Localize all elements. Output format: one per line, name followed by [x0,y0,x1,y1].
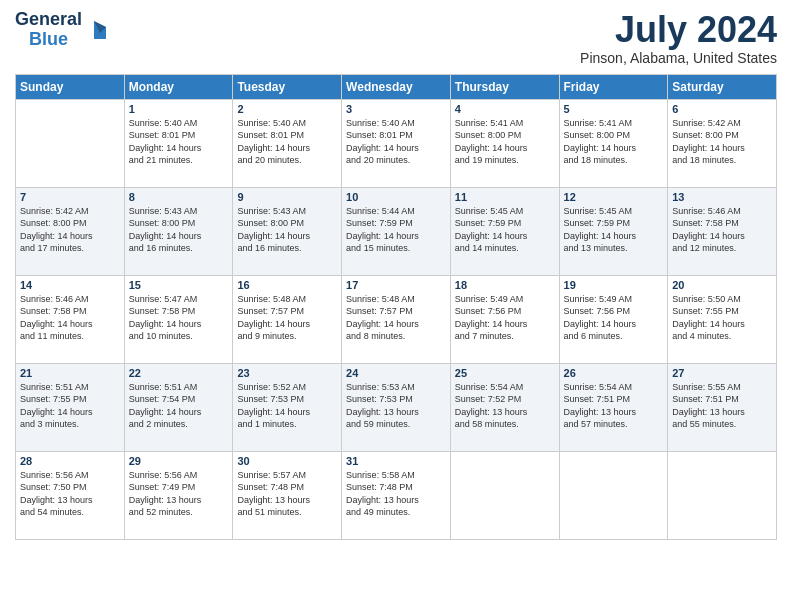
day-number: 10 [346,191,446,203]
day-number: 2 [237,103,337,115]
calendar-cell: 26Sunrise: 5:54 AM Sunset: 7:51 PM Dayli… [559,363,668,451]
weekday-header: Wednesday [342,74,451,99]
day-info: Sunrise: 5:56 AM Sunset: 7:49 PM Dayligh… [129,469,229,519]
day-info: Sunrise: 5:55 AM Sunset: 7:51 PM Dayligh… [672,381,772,431]
calendar-cell: 3Sunrise: 5:40 AM Sunset: 8:01 PM Daylig… [342,99,451,187]
logo-icon [86,19,108,41]
calendar-week-row: 14Sunrise: 5:46 AM Sunset: 7:58 PM Dayli… [16,275,777,363]
day-number: 4 [455,103,555,115]
day-number: 23 [237,367,337,379]
day-number: 20 [672,279,772,291]
day-info: Sunrise: 5:54 AM Sunset: 7:52 PM Dayligh… [455,381,555,431]
calendar-cell: 31Sunrise: 5:58 AM Sunset: 7:48 PM Dayli… [342,451,451,539]
calendar-cell: 20Sunrise: 5:50 AM Sunset: 7:55 PM Dayli… [668,275,777,363]
day-info: Sunrise: 5:40 AM Sunset: 8:01 PM Dayligh… [237,117,337,167]
calendar-week-row: 28Sunrise: 5:56 AM Sunset: 7:50 PM Dayli… [16,451,777,539]
day-info: Sunrise: 5:56 AM Sunset: 7:50 PM Dayligh… [20,469,120,519]
day-number: 22 [129,367,229,379]
day-info: Sunrise: 5:50 AM Sunset: 7:55 PM Dayligh… [672,293,772,343]
calendar-cell: 27Sunrise: 5:55 AM Sunset: 7:51 PM Dayli… [668,363,777,451]
day-number: 24 [346,367,446,379]
day-info: Sunrise: 5:49 AM Sunset: 7:56 PM Dayligh… [564,293,664,343]
day-number: 8 [129,191,229,203]
calendar-cell: 22Sunrise: 5:51 AM Sunset: 7:54 PM Dayli… [124,363,233,451]
header: General Blue July 2024 Pinson, Alabama, … [15,10,777,66]
day-info: Sunrise: 5:52 AM Sunset: 7:53 PM Dayligh… [237,381,337,431]
calendar-cell: 18Sunrise: 5:49 AM Sunset: 7:56 PM Dayli… [450,275,559,363]
calendar-cell: 24Sunrise: 5:53 AM Sunset: 7:53 PM Dayli… [342,363,451,451]
logo-general: General [15,10,82,30]
calendar-cell: 21Sunrise: 5:51 AM Sunset: 7:55 PM Dayli… [16,363,125,451]
day-number: 12 [564,191,664,203]
day-info: Sunrise: 5:53 AM Sunset: 7:53 PM Dayligh… [346,381,446,431]
day-info: Sunrise: 5:54 AM Sunset: 7:51 PM Dayligh… [564,381,664,431]
day-number: 30 [237,455,337,467]
day-info: Sunrise: 5:42 AM Sunset: 8:00 PM Dayligh… [20,205,120,255]
main-title: July 2024 [580,10,777,50]
weekday-header: Thursday [450,74,559,99]
logo-blue: Blue [29,30,68,50]
calendar-cell [16,99,125,187]
calendar-cell: 1Sunrise: 5:40 AM Sunset: 8:01 PM Daylig… [124,99,233,187]
day-info: Sunrise: 5:46 AM Sunset: 7:58 PM Dayligh… [20,293,120,343]
day-number: 7 [20,191,120,203]
calendar-cell: 23Sunrise: 5:52 AM Sunset: 7:53 PM Dayli… [233,363,342,451]
day-number: 29 [129,455,229,467]
day-number: 15 [129,279,229,291]
day-number: 1 [129,103,229,115]
calendar-cell [559,451,668,539]
calendar-cell: 30Sunrise: 5:57 AM Sunset: 7:48 PM Dayli… [233,451,342,539]
day-number: 5 [564,103,664,115]
weekday-header: Tuesday [233,74,342,99]
calendar-week-row: 7Sunrise: 5:42 AM Sunset: 8:00 PM Daylig… [16,187,777,275]
calendar-cell: 6Sunrise: 5:42 AM Sunset: 8:00 PM Daylig… [668,99,777,187]
day-info: Sunrise: 5:43 AM Sunset: 8:00 PM Dayligh… [237,205,337,255]
calendar-week-row: 1Sunrise: 5:40 AM Sunset: 8:01 PM Daylig… [16,99,777,187]
calendar-cell: 4Sunrise: 5:41 AM Sunset: 8:00 PM Daylig… [450,99,559,187]
day-number: 21 [20,367,120,379]
day-number: 3 [346,103,446,115]
calendar-cell [668,451,777,539]
day-info: Sunrise: 5:43 AM Sunset: 8:00 PM Dayligh… [129,205,229,255]
calendar-cell: 8Sunrise: 5:43 AM Sunset: 8:00 PM Daylig… [124,187,233,275]
calendar-cell: 2Sunrise: 5:40 AM Sunset: 8:01 PM Daylig… [233,99,342,187]
day-number: 14 [20,279,120,291]
day-number: 19 [564,279,664,291]
calendar-cell: 5Sunrise: 5:41 AM Sunset: 8:00 PM Daylig… [559,99,668,187]
weekday-header: Sunday [16,74,125,99]
day-number: 26 [564,367,664,379]
day-info: Sunrise: 5:51 AM Sunset: 7:55 PM Dayligh… [20,381,120,431]
calendar-cell: 25Sunrise: 5:54 AM Sunset: 7:52 PM Dayli… [450,363,559,451]
day-number: 25 [455,367,555,379]
day-info: Sunrise: 5:40 AM Sunset: 8:01 PM Dayligh… [129,117,229,167]
calendar-table: SundayMondayTuesdayWednesdayThursdayFrid… [15,74,777,540]
title-block: July 2024 Pinson, Alabama, United States [580,10,777,66]
day-number: 13 [672,191,772,203]
calendar-cell: 10Sunrise: 5:44 AM Sunset: 7:59 PM Dayli… [342,187,451,275]
day-info: Sunrise: 5:48 AM Sunset: 7:57 PM Dayligh… [237,293,337,343]
day-info: Sunrise: 5:46 AM Sunset: 7:58 PM Dayligh… [672,205,772,255]
day-number: 27 [672,367,772,379]
day-info: Sunrise: 5:44 AM Sunset: 7:59 PM Dayligh… [346,205,446,255]
day-number: 17 [346,279,446,291]
day-info: Sunrise: 5:57 AM Sunset: 7:48 PM Dayligh… [237,469,337,519]
subtitle: Pinson, Alabama, United States [580,50,777,66]
weekday-header: Monday [124,74,233,99]
day-number: 31 [346,455,446,467]
day-number: 9 [237,191,337,203]
calendar-cell: 13Sunrise: 5:46 AM Sunset: 7:58 PM Dayli… [668,187,777,275]
calendar-cell: 17Sunrise: 5:48 AM Sunset: 7:57 PM Dayli… [342,275,451,363]
day-info: Sunrise: 5:45 AM Sunset: 7:59 PM Dayligh… [564,205,664,255]
day-info: Sunrise: 5:42 AM Sunset: 8:00 PM Dayligh… [672,117,772,167]
calendar-cell [450,451,559,539]
day-info: Sunrise: 5:41 AM Sunset: 8:00 PM Dayligh… [564,117,664,167]
calendar-cell: 28Sunrise: 5:56 AM Sunset: 7:50 PM Dayli… [16,451,125,539]
day-info: Sunrise: 5:40 AM Sunset: 8:01 PM Dayligh… [346,117,446,167]
day-info: Sunrise: 5:49 AM Sunset: 7:56 PM Dayligh… [455,293,555,343]
day-number: 6 [672,103,772,115]
calendar-cell: 14Sunrise: 5:46 AM Sunset: 7:58 PM Dayli… [16,275,125,363]
logo: General Blue [15,10,108,50]
day-number: 18 [455,279,555,291]
page-container: General Blue July 2024 Pinson, Alabama, … [0,0,792,545]
calendar-cell: 19Sunrise: 5:49 AM Sunset: 7:56 PM Dayli… [559,275,668,363]
